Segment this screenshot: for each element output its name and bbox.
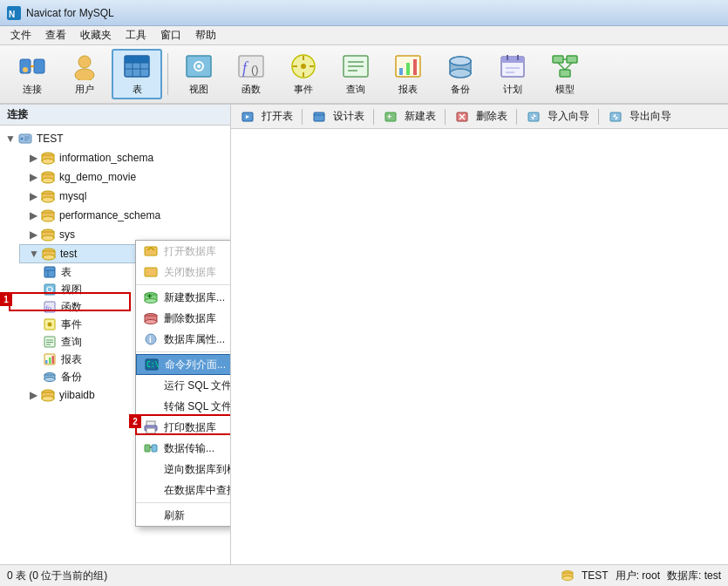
svg-point-95 <box>42 396 54 401</box>
tree-item-info-schema[interactable]: ▶ information_schema <box>19 148 230 167</box>
ctx-refresh[interactable]: 刷新 <box>136 505 231 526</box>
toolbar-user[interactable]: 用户 <box>59 49 110 99</box>
tree-label-info: information_schema <box>59 152 230 164</box>
sub-new-icon: + <box>383 109 398 125</box>
status-database: 数据库: test <box>667 569 721 583</box>
menu-favorites[interactable]: 收藏夹 <box>73 26 119 44</box>
sub-event-label: 事件 <box>61 317 82 332</box>
ctx-new-db[interactable]: + 新建数据库... <box>136 287 231 308</box>
ctx-del-db[interactable]: 删除数据库 <box>136 308 231 329</box>
toolbar-table[interactable]: 表 <box>112 49 162 99</box>
ctx-close-icon <box>143 264 159 280</box>
content-area <box>231 129 728 564</box>
menu-tools[interactable]: 工具 <box>119 26 153 44</box>
toolbar: 连接 用户 表 <box>0 45 728 105</box>
sub-export-label: 导出向导 <box>629 109 671 124</box>
ctx-del-db-icon <box>143 310 159 326</box>
svg-rect-39 <box>501 57 524 63</box>
toolbar-table-label: 表 <box>133 83 142 96</box>
toolbar-model[interactable]: 模型 <box>540 49 590 99</box>
right-panel: 打开表 设计表 + 新 <box>231 105 728 564</box>
svg-point-72 <box>43 255 55 260</box>
tree-label-kg: kg_demo_movie <box>59 171 230 183</box>
marker-number-1: 1 <box>0 292 12 306</box>
ctx-props-icon: i <box>143 331 159 347</box>
sub-toolbar: 打开表 设计表 + 新 <box>231 105 728 129</box>
menu-window[interactable]: 窗口 <box>153 26 188 44</box>
sub-report-icon <box>42 351 58 367</box>
toolbar-event-label: 事件 <box>294 83 313 96</box>
toolbar-view[interactable]: 视图 <box>173 49 224 99</box>
svg-rect-112 <box>145 445 150 452</box>
toolbar-function[interactable]: f () 函数 <box>226 49 276 99</box>
tree-root-test[interactable]: ▼ TEST <box>0 129 230 148</box>
sub-btn-design[interactable]: 设计表 <box>306 107 370 126</box>
ctx-cmd[interactable]: C:\> 命令列介面... <box>136 354 231 375</box>
query-icon <box>342 52 370 80</box>
sub-sep-3 <box>445 109 446 125</box>
svg-point-36 <box>450 69 471 78</box>
svg-rect-3 <box>34 59 44 73</box>
menu-view[interactable]: 查看 <box>38 26 73 44</box>
ctx-run-sql[interactable]: 运行 SQL 文件... <box>136 375 231 396</box>
ctx-print-db[interactable]: 打印数据库 <box>136 417 231 438</box>
menu-help[interactable]: 帮助 <box>188 26 223 44</box>
ctx-data-transfer[interactable]: 数据传输... <box>136 438 231 459</box>
ctx-sep-3 <box>136 502 231 503</box>
report-icon <box>394 52 422 80</box>
tree-item-kg[interactable]: ▶ kg_demo_movie <box>19 167 230 187</box>
toolbar-query-label: 查询 <box>346 83 365 96</box>
tree-item-mysql[interactable]: ▶ mysql <box>19 187 230 206</box>
svg-point-21 <box>301 64 306 69</box>
status-user: 用户: root <box>616 569 660 583</box>
toolbar-schedule[interactable]: 计划 <box>487 49 538 99</box>
sub-btn-import[interactable]: 导入向导 <box>520 107 595 126</box>
toolbar-report[interactable]: 报表 <box>383 49 433 99</box>
sub-sep-5 <box>598 109 599 125</box>
sub-report-label: 报表 <box>61 352 82 367</box>
arrow-sys: ▶ <box>26 228 40 241</box>
sub-btn-open[interactable]: 打开表 <box>235 107 298 126</box>
svg-rect-89 <box>52 356 55 364</box>
svg-point-60 <box>42 178 54 183</box>
ctx-close-db[interactable]: 关闭数据库 <box>136 262 231 283</box>
toolbar-sep-1 <box>167 53 168 95</box>
ctx-find-in-db-label: 在数据库中查找... <box>164 483 231 498</box>
backup-icon <box>446 52 474 80</box>
svg-point-16 <box>197 65 201 68</box>
status-bar: 0 表 (0 位于当前的组) TEST 用户: root 数据库: test <box>0 564 728 586</box>
tree-arrow-test: ▼ <box>3 133 17 145</box>
sub-btn-delete[interactable]: 删除表 <box>449 107 513 126</box>
db-icon-yiibai <box>40 387 56 403</box>
app-title: Navicat for MySQL <box>26 7 114 19</box>
tree-label-mysql: mysql <box>59 190 230 202</box>
ctx-open-db[interactable]: 打开数据库 <box>136 241 231 262</box>
sub-btn-export[interactable]: 导出向导 <box>602 107 677 126</box>
svg-point-57 <box>42 159 54 164</box>
svg-text:+: + <box>147 292 152 301</box>
svg-rect-88 <box>49 358 51 364</box>
tree-item-perf[interactable]: ▶ performance_schema <box>19 206 230 225</box>
svg-rect-87 <box>45 360 48 364</box>
sidebar-header: 连接 <box>0 105 230 126</box>
svg-rect-111 <box>146 428 155 433</box>
menu-file[interactable]: 文件 <box>3 26 38 44</box>
tree-label-sys: sys <box>59 228 230 241</box>
arrow-info: ▶ <box>26 152 40 164</box>
toolbar-query[interactable]: 查询 <box>330 49 381 99</box>
toolbar-backup[interactable]: 备份 <box>435 49 486 99</box>
sub-btn-new[interactable]: + 新建表 <box>378 107 441 126</box>
sub-table-label: 表 <box>61 265 71 280</box>
toolbar-view-label: 视图 <box>189 83 208 96</box>
svg-rect-97 <box>145 268 157 276</box>
toolbar-event[interactable]: 事件 <box>278 49 329 99</box>
ctx-db-props[interactable]: i 数据库属性... <box>136 329 231 350</box>
sub-open-icon <box>240 109 255 125</box>
ctx-transfer-sql[interactable]: 转储 SQL 文件... <box>136 396 231 417</box>
toolbar-backup-label: 备份 <box>451 83 470 96</box>
sub-delete-label: 删除表 <box>476 109 507 124</box>
ctx-find-in-db[interactable]: 在数据库中查找... <box>136 480 231 501</box>
ctx-reverse[interactable]: 逆向数据库到模型... <box>136 459 231 480</box>
toolbar-connect[interactable]: 连接 <box>7 49 58 99</box>
event-icon <box>289 52 317 80</box>
